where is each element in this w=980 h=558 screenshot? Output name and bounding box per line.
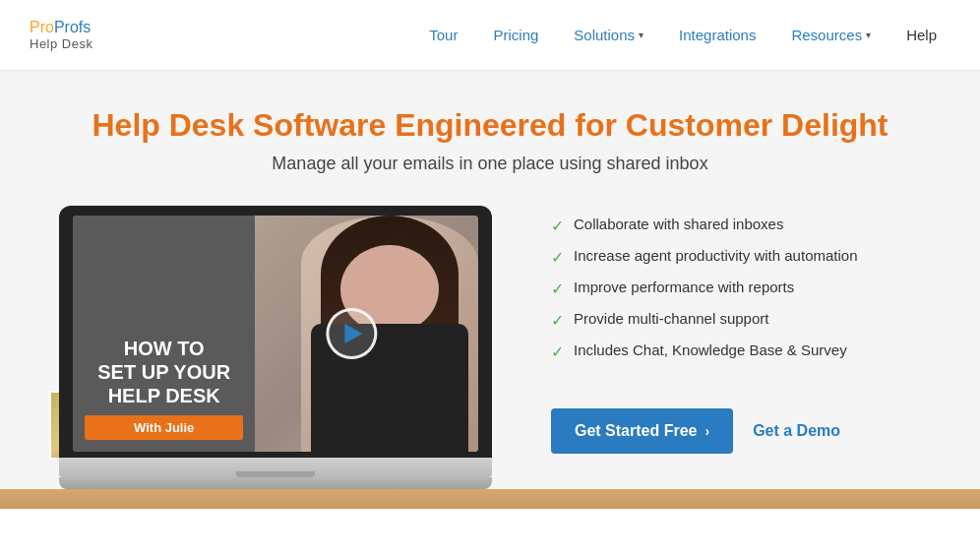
nav-item-tour[interactable]: Tour [415, 19, 471, 51]
hero-section: Help Desk Software Engineered for Custom… [0, 71, 980, 489]
feature-list: ✓ Collaborate with shared inboxes ✓ Incr… [551, 216, 901, 373]
nav-item-help[interactable]: Help [892, 19, 950, 51]
laptop: HOW TO SET UP YOUR HELP DESK With Julie [59, 206, 492, 489]
feature-text-1: Collaborate with shared inboxes [574, 216, 783, 232]
nav-item-integrations[interactable]: Integrations [665, 19, 769, 51]
nav-item-pricing[interactable]: Pricing [479, 19, 552, 51]
header: ProProfs Help Desk Tour Pricing Solution… [0, 0, 980, 71]
hero-subtitle: Manage all your emails in one place usin… [39, 154, 941, 174]
laptop-screen-outer: HOW TO SET UP YOUR HELP DESK With Julie [59, 206, 492, 458]
bottom-shelf [0, 489, 980, 509]
check-icon-2: ✓ [551, 248, 564, 267]
check-icon-1: ✓ [551, 217, 564, 235]
solutions-chevron-icon: ▾ [639, 30, 643, 40]
hero-title: Help Desk Software Engineered for Custom… [39, 106, 941, 144]
play-button[interactable] [326, 308, 377, 359]
laptop-screen: HOW TO SET UP YOUR HELP DESK With Julie [73, 216, 478, 452]
laptop-foot [59, 477, 492, 489]
logo[interactable]: ProProfs Help Desk [30, 20, 92, 50]
feature-text-3: Improve performance with reports [574, 279, 794, 295]
laptop-base [59, 458, 492, 477]
cta-row: Get Started Free › Get a Demo [551, 408, 901, 454]
nav-item-resources[interactable]: Resources ▾ [777, 19, 885, 51]
video-left-panel: HOW TO SET UP YOUR HELP DESK With Julie [73, 216, 255, 452]
get-demo-link[interactable]: Get a Demo [753, 422, 840, 440]
hero-content: HOW TO SET UP YOUR HELP DESK With Julie [39, 206, 941, 489]
feature-item-2: ✓ Increase agent productivity with autom… [551, 247, 901, 267]
feature-item-4: ✓ Provide multi-channel support [551, 310, 901, 330]
feature-text-2: Increase agent productivity with automat… [574, 247, 858, 264]
logo-helpdesk: Help Desk [30, 37, 92, 50]
resources-chevron-icon: ▾ [866, 30, 871, 40]
video-title: HOW TO SET UP YOUR HELP DESK [85, 337, 243, 407]
features-side: ✓ Collaborate with shared inboxes ✓ Incr… [551, 206, 901, 483]
video-right-panel [255, 216, 478, 452]
video-badge: With Julie [85, 415, 243, 440]
get-started-button[interactable]: Get Started Free › [551, 408, 733, 454]
check-icon-3: ✓ [551, 279, 564, 298]
main-nav: Tour Pricing Solutions ▾ Integrations Re… [415, 19, 950, 51]
feature-text-4: Provide multi-channel support [574, 310, 768, 327]
feature-item-5: ✓ Includes Chat, Knowledge Base & Survey [551, 341, 901, 361]
logo-profs: Profs [54, 19, 91, 35]
get-started-label: Get Started Free [575, 422, 697, 440]
logo-pro: Pro [30, 19, 54, 35]
play-icon [344, 324, 362, 343]
feature-item-1: ✓ Collaborate with shared inboxes [551, 216, 901, 235]
feature-text-5: Includes Chat, Knowledge Base & Survey [574, 341, 847, 358]
check-icon-5: ✓ [551, 342, 564, 361]
nav-item-solutions[interactable]: Solutions ▾ [560, 19, 657, 51]
check-icon-4: ✓ [551, 311, 564, 330]
get-started-chevron-icon: › [704, 423, 709, 439]
laptop-wrapper: HOW TO SET UP YOUR HELP DESK With Julie [59, 206, 492, 489]
feature-item-3: ✓ Improve performance with reports [551, 279, 901, 298]
